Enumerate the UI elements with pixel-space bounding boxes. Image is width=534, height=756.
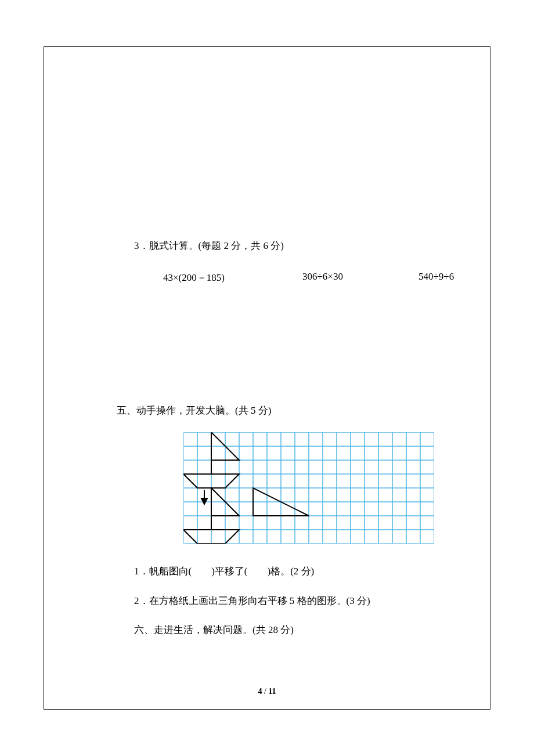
section-5-q2: 2．在方格纸上画出三角形向右平移 5 格的图形。(3 分) — [134, 594, 506, 609]
section-6-title: 六、走进生活，解决问题。(共 28 分) — [134, 623, 506, 638]
section-5-q1: 1．帆船图向( )平移了( )格。(2 分) — [134, 564, 506, 579]
grid-svg — [183, 432, 434, 544]
grid-figure — [183, 432, 506, 547]
page-border: 3．脱式计算。(每题 2 分，共 6 分) 43×(200－185) 306÷6… — [44, 46, 490, 710]
expression-3: 540÷9÷6 — [418, 271, 454, 284]
expression-2: 306÷6×30 — [302, 271, 418, 284]
page-total: 11 — [268, 687, 276, 696]
page-number: 4 / 11 — [44, 687, 490, 696]
question-3-title: 3．脱式计算。(每题 2 分，共 6 分) — [134, 238, 506, 254]
expression-1: 43×(200－185) — [163, 271, 302, 284]
section-5-title: 五、动手操作，开发大脑。(共 5 分) — [117, 403, 506, 418]
page-slash: / — [262, 687, 268, 696]
content-area: 3．脱式计算。(每题 2 分，共 6 分) 43×(200－185) 306÷6… — [134, 238, 506, 638]
expression-row: 43×(200－185) 306÷6×30 540÷9÷6 — [163, 271, 506, 284]
